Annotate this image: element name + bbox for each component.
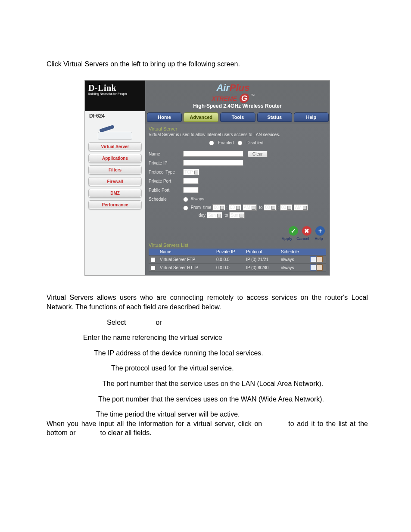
tm-mark: ™: [251, 93, 255, 97]
edit-icon[interactable]: [310, 256, 316, 262]
apply-label: Apply: [280, 236, 294, 241]
explain-protocol-type: The protocol used for the virtual servic…: [47, 364, 368, 373]
label-disabled: Disabled: [246, 140, 263, 145]
label-enabled: Enabled: [218, 140, 234, 145]
tab-bar: Home Advanced Tools Status Help: [145, 111, 330, 124]
explain-public-port: The port number that the services uses o…: [47, 395, 368, 404]
select-from-hour[interactable]: 00: [212, 204, 225, 211]
tab-advanced[interactable]: Advanced: [184, 112, 218, 122]
action-buttons: ✓ ✖ + Apply Cancel Help: [149, 226, 326, 241]
delete-icon[interactable]: [317, 264, 323, 271]
select-from-ampm[interactable]: AM: [243, 204, 257, 211]
col-name: Name: [158, 249, 215, 255]
dlink-logo-block: D-Link Building Networks for People: [85, 81, 145, 111]
row-checkbox[interactable]: [150, 265, 156, 271]
table-row: Virtual Server FTP 0.0.0.0 IP (0) 21/21 …: [149, 255, 326, 264]
clear-button[interactable]: Clear: [248, 151, 268, 157]
select-day-to[interactable]: Sun: [229, 212, 245, 218]
input-public-port[interactable]: [183, 187, 199, 193]
virtual-servers-table: Name Private IP Protocol Schedule: [149, 249, 326, 272]
radio-disabled[interactable]: [237, 140, 243, 146]
explain-schedule: The time period the virtual server will …: [47, 410, 368, 419]
label-schedule: Schedule: [149, 197, 183, 202]
router-illustration-icon: [98, 122, 132, 140]
row-checkbox[interactable]: [150, 257, 156, 262]
cancel-icon[interactable]: ✖: [302, 226, 311, 236]
select-to-hour[interactable]: 00: [264, 204, 276, 211]
router-admin-screenshot: D-Link Building Networks for People AirP…: [84, 80, 330, 276]
label-protocol-type: Protocol Type: [149, 170, 183, 174]
label-always: Always: [190, 196, 204, 201]
input-private-ip[interactable]: [183, 160, 243, 166]
label-from: From: [191, 205, 201, 210]
label-private-port: Private Port: [149, 179, 183, 184]
brand-banner: AirPlus XTREME G ™ High-Speed 2.4GHz Wir…: [145, 81, 330, 111]
explain-private-port: The port number that the service uses on…: [47, 379, 368, 389]
sidebar-item-firewall[interactable]: Firewall: [88, 177, 142, 186]
apply-icon[interactable]: ✓: [289, 226, 298, 236]
select-from-min[interactable]: 00: [229, 204, 241, 211]
xtreme-text: XTREME: [212, 95, 237, 102]
col-protocol: Protocol: [244, 249, 279, 255]
select-day-from[interactable]: Sun: [207, 212, 222, 218]
label-public-port: Public Port: [149, 188, 183, 193]
label-to: to: [259, 205, 262, 210]
input-private-port[interactable]: [183, 178, 199, 184]
explain-intro: Virtual Servers allows users who are con…: [47, 293, 368, 311]
enable-toggle: Enabled Disabled: [149, 140, 326, 146]
tab-tools[interactable]: Tools: [220, 112, 255, 122]
help-icon[interactable]: +: [315, 226, 325, 236]
section-description: Virtual Server is used to allow Internet…: [149, 132, 326, 137]
dlink-logo: D-Link: [88, 83, 142, 93]
section-title: Virtual Server: [149, 125, 326, 132]
delete-icon[interactable]: [317, 256, 323, 262]
tab-status[interactable]: Status: [257, 112, 292, 122]
col-schedule: Schedule: [279, 249, 308, 255]
table-row: Virtual Server HTTP 0.0.0.0 IP (0) 80/80…: [149, 264, 326, 272]
sidebar-item-dmz[interactable]: DMZ: [88, 189, 142, 198]
tab-home[interactable]: Home: [147, 112, 182, 122]
model-label: DI-624: [85, 111, 145, 122]
input-name[interactable]: [183, 151, 243, 157]
label-day-to: to: [224, 213, 228, 218]
brand-subtitle: High-Speed 2.4GHz Wireless Router: [145, 103, 330, 109]
g-icon: G: [239, 93, 250, 103]
help-label: Help: [311, 236, 326, 241]
sidebar-item-performance[interactable]: Performance: [88, 200, 142, 209]
explain-closing: When you have input all the information …: [47, 419, 368, 438]
cancel-label: Cancel: [296, 236, 310, 241]
intro-text: Click Virtual Servers on the left to bri…: [47, 60, 368, 68]
explain-select-or: Select or: [47, 318, 368, 327]
radio-enabled[interactable]: [209, 140, 214, 146]
edit-icon[interactable]: [310, 264, 316, 271]
sidebar-item-virtual-server[interactable]: Virtual Server: [88, 142, 142, 151]
explain-private-ip: The IP address of the device running the…: [47, 348, 368, 358]
select-protocol-type[interactable]: TCP: [183, 169, 199, 175]
vs-list-title: Virtual Servers List: [149, 243, 326, 248]
airplus-logo: AirPlus: [216, 82, 249, 93]
radio-from[interactable]: [183, 205, 188, 211]
dlink-tagline: Building Networks for People: [88, 92, 142, 96]
label-name: Name: [149, 152, 183, 156]
sidebar-item-filters[interactable]: Filters: [88, 165, 142, 174]
select-to-min[interactable]: 00: [280, 204, 293, 211]
sidebar-item-applications[interactable]: Applications: [88, 154, 142, 163]
tab-help[interactable]: Help: [294, 112, 329, 122]
radio-always[interactable]: [183, 197, 188, 202]
select-to-ampm[interactable]: AM: [294, 204, 308, 211]
label-private-ip: Private IP: [149, 161, 183, 165]
explain-name: Enter the name referencing the virtual s…: [47, 333, 368, 342]
label-day: day: [199, 213, 206, 218]
label-time: time: [203, 205, 212, 210]
col-private-ip: Private IP: [215, 249, 244, 255]
